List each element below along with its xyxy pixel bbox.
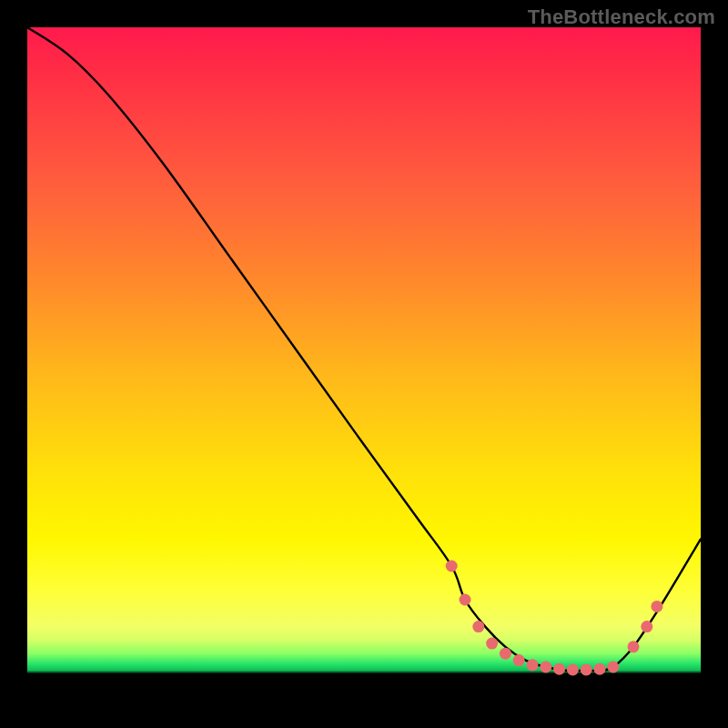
bottleneck-curve — [27, 27, 701, 671]
data-marker — [527, 659, 539, 671]
data-marker — [486, 638, 498, 650]
chart-container: TheBottleneck.com — [0, 0, 728, 728]
data-marker — [651, 601, 662, 612]
data-marker — [628, 641, 640, 652]
data-marker — [460, 594, 471, 606]
data-marker — [594, 663, 606, 675]
watermark-text: TheBottleneck.com — [528, 5, 715, 29]
data-marker — [500, 648, 511, 660]
data-marker — [513, 654, 525, 666]
data-marker — [446, 561, 458, 572]
data-marker — [607, 662, 619, 673]
data-marker — [581, 663, 592, 675]
data-marker — [540, 662, 551, 673]
chart-plot — [27, 27, 701, 701]
data-marker — [567, 663, 579, 675]
data-marker — [641, 621, 652, 632]
data-marker — [553, 663, 565, 675]
data-marker — [472, 621, 484, 632]
